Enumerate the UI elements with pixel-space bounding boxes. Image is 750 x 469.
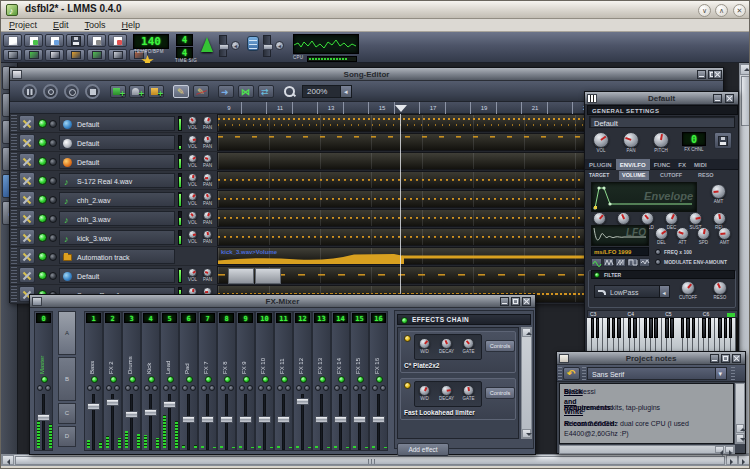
lfo-amt-knob[interactable]	[718, 227, 731, 240]
filter-enable-led[interactable]	[594, 272, 600, 278]
toolbar-handle-3[interactable]	[731, 367, 735, 380]
envelope-hold-knob[interactable]	[641, 212, 654, 225]
track-grip-handle[interactable]	[11, 210, 17, 226]
track-volume-knob[interactable]	[188, 154, 197, 163]
master-pitch-slider[interactable]	[263, 35, 271, 57]
track-pan-knob[interactable]	[203, 230, 212, 239]
mixer-channel-strip[interactable]: 10FX 10	[255, 311, 274, 451]
tab-plugin[interactable]: PLUGIN	[585, 159, 616, 170]
timesig-numerator-display[interactable]: 4	[176, 34, 193, 46]
record-button[interactable]	[43, 84, 58, 99]
mixer-channel-miniknob-2[interactable]	[95, 385, 101, 391]
mixer-channel-strip[interactable]: 8FX 8	[217, 311, 236, 451]
mixer-channel-miniknob-2[interactable]	[285, 385, 291, 391]
track-solo-led[interactable]	[49, 177, 57, 185]
lfo-shape-square-button[interactable]	[627, 258, 638, 267]
font-select[interactable]: Sans Serif	[587, 367, 727, 380]
mixer-channel-fader-handle[interactable]	[87, 403, 100, 410]
toggle-song-editor-button[interactable]	[3, 49, 22, 61]
track-mute-led[interactable]	[38, 195, 47, 204]
mixer-channel-fader-handle[interactable]	[37, 414, 50, 421]
black-key[interactable]	[649, 318, 652, 338]
mixer-channel-miniknob-2[interactable]	[190, 385, 196, 391]
mixer-channel-miniknob-1[interactable]	[163, 385, 169, 391]
mixer-channel-miniknob-2[interactable]	[247, 385, 253, 391]
mixer-channel-led[interactable]	[167, 376, 174, 383]
undo-button[interactable]	[563, 367, 580, 380]
track-actions-button[interactable]	[19, 191, 35, 207]
track-actions-button[interactable]	[19, 115, 35, 131]
workspace-scroll-left-button[interactable]	[2, 455, 14, 465]
toggle-project-notes-button[interactable]	[108, 49, 127, 61]
lfo-shape-random-button[interactable]	[639, 258, 650, 267]
lfo-shape-saw-button[interactable]	[615, 258, 626, 267]
mixer-channel-fader-handle[interactable]	[201, 416, 214, 423]
mixer-channel-strip[interactable]: 9FX 9	[236, 311, 255, 451]
effect-enable-led[interactable]	[404, 335, 411, 342]
black-key[interactable]	[644, 318, 647, 338]
notes-vscrollbar[interactable]	[735, 383, 745, 444]
zoom-select[interactable]: 200%	[302, 85, 352, 98]
mixer-channel-led[interactable]	[300, 376, 307, 383]
black-key[interactable]	[686, 318, 689, 338]
black-key[interactable]	[692, 318, 695, 338]
mixer-channel-strip[interactable]: 1Bass	[84, 311, 103, 451]
envelope-graph[interactable]: Envelope	[591, 182, 697, 212]
mixer-channel-fader-handle[interactable]	[372, 416, 385, 423]
track-actions-button[interactable]	[19, 210, 35, 226]
effect-gate-knob[interactable]	[463, 385, 474, 396]
mixer-channel-led[interactable]	[129, 376, 136, 383]
track-name-box[interactable]: chh_2.wav	[59, 192, 175, 207]
open-recent-button[interactable]	[45, 34, 64, 47]
track-solo-led[interactable]	[49, 215, 57, 223]
mixer-channel-strip[interactable]: 15FX 15	[350, 311, 369, 451]
mixer-bank-c-button[interactable]: C	[58, 403, 76, 424]
track-grip-handle[interactable]	[11, 115, 17, 131]
mixer-channel-miniknob-2[interactable]	[45, 385, 51, 391]
track-grip-handle[interactable]	[11, 229, 17, 245]
toolbar-handle-2[interactable]	[582, 367, 586, 380]
track-grip-handle[interactable]	[11, 267, 17, 283]
effect-controls-button[interactable]: Controls	[485, 340, 515, 352]
track-actions-button[interactable]	[19, 172, 35, 188]
mixer-channel-led[interactable]	[338, 376, 345, 383]
mixer-channel-led[interactable]	[281, 376, 288, 383]
effects-chain-enable-led[interactable]	[401, 317, 408, 324]
track-mute-led[interactable]	[38, 271, 47, 280]
mixer-channel-led[interactable]	[319, 376, 326, 383]
track-solo-led[interactable]	[49, 196, 57, 204]
lfo-shape-sine-button[interactable]	[591, 258, 602, 267]
mixer-channel-miniknob-2[interactable]	[209, 385, 215, 391]
instrument-pan-knob[interactable]	[623, 132, 639, 148]
effect-decay-knob[interactable]	[441, 385, 452, 396]
mixer-channel-fader-handle[interactable]	[258, 416, 271, 423]
add-effect-button[interactable]: Add effect	[397, 443, 449, 456]
mixer-channel-miniknob-1[interactable]	[258, 385, 264, 391]
notes-scroll-right-button[interactable]	[725, 446, 734, 453]
instrument-vol-knob[interactable]	[593, 132, 609, 148]
mixer-bank-a-button[interactable]: A	[58, 311, 76, 355]
mixer-channel-miniknob-1[interactable]	[87, 385, 93, 391]
add-automation-track-button[interactable]	[148, 85, 164, 98]
track-pan-knob[interactable]	[203, 135, 212, 144]
track-solo-led[interactable]	[49, 272, 57, 280]
effects-scroll-up-button[interactable]	[522, 328, 531, 337]
mixer-channel-miniknob-1[interactable]	[334, 385, 340, 391]
black-key[interactable]	[617, 318, 620, 338]
effect-controls-button[interactable]: Controls	[485, 387, 515, 399]
menu-help[interactable]: Help	[114, 19, 149, 32]
track-mute-led[interactable]	[38, 119, 47, 128]
filter-cutoff-knob[interactable]	[681, 281, 695, 295]
toggle-bb-editor-button[interactable]	[24, 49, 43, 61]
export-project-button[interactable]	[108, 34, 127, 47]
window-minimize-button[interactable]	[698, 4, 711, 17]
add-bb-track-button[interactable]	[110, 85, 126, 98]
tab-midi[interactable]: MIDI	[690, 159, 711, 170]
mixer-channel-led[interactable]	[110, 376, 117, 383]
workspace-scroll-right-button[interactable]	[726, 455, 738, 465]
black-key[interactable]	[607, 318, 610, 338]
effects-scrollbar[interactable]	[521, 327, 532, 439]
tab-func[interactable]: FUNC	[650, 159, 675, 170]
effect-decay-knob[interactable]	[441, 338, 452, 349]
mixer-channel-strip[interactable]: 7FX 7	[198, 311, 217, 451]
